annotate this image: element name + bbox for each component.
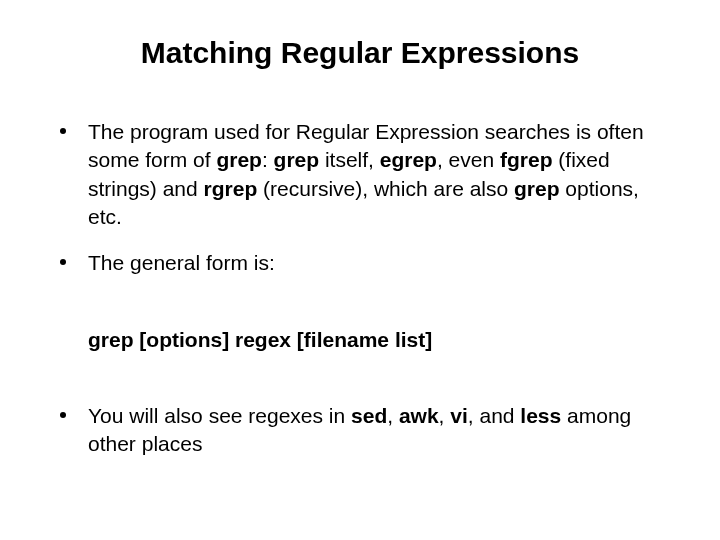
bullet-text-4: You will also see regexes in sed, awk, v… — [88, 402, 670, 459]
text-run: : — [262, 148, 274, 171]
text-run: , and — [468, 404, 521, 427]
slide-title: Matching Regular Expressions — [50, 36, 670, 70]
text-bold: rgrep — [204, 177, 258, 200]
slide: Matching Regular Expressions The program… — [0, 0, 720, 540]
text-run: , — [387, 404, 399, 427]
bullet-text-2: The general form is: — [88, 249, 670, 277]
text-run: , — [439, 404, 451, 427]
text-bold: egrep — [380, 148, 437, 171]
bullet-text-1: The program used for Regular Expression … — [88, 118, 670, 231]
text-bold: less — [520, 404, 561, 427]
text-bold: grep — [514, 177, 560, 200]
text-run: , even — [437, 148, 500, 171]
text-bold: grep — [274, 148, 320, 171]
bullet-icon — [60, 259, 66, 265]
bullet-item-3: grep [options] regex [filename list] — [60, 326, 670, 354]
bullet-icon-hidden — [60, 336, 66, 342]
bullet-item-1: The program used for Regular Expression … — [60, 118, 670, 231]
bullet-text-3: grep [options] regex [filename list] — [88, 326, 670, 354]
text-bold: fgrep — [500, 148, 553, 171]
spacer — [60, 372, 670, 402]
text-bold: grep — [216, 148, 262, 171]
bullet-icon — [60, 412, 66, 418]
bullet-item-4: You will also see regexes in sed, awk, v… — [60, 402, 670, 459]
text-bold: vi — [450, 404, 468, 427]
bullet-item-2: The general form is: — [60, 249, 670, 277]
text-bold: awk — [399, 404, 439, 427]
text-bold: sed — [351, 404, 387, 427]
text-run: You will also see regexes in — [88, 404, 351, 427]
slide-content: The program used for Regular Expression … — [50, 118, 670, 459]
text-run: itself, — [319, 148, 380, 171]
text-run: (recursive), which are also — [257, 177, 514, 200]
spacer — [60, 296, 670, 326]
bullet-icon — [60, 128, 66, 134]
